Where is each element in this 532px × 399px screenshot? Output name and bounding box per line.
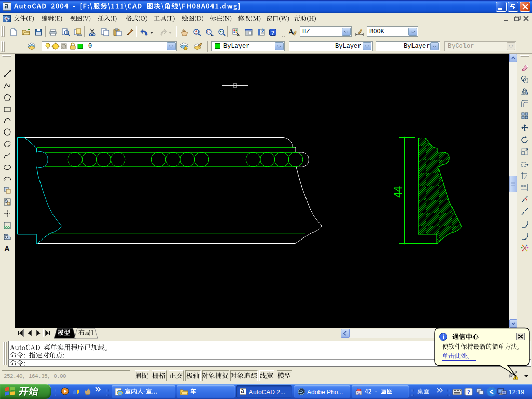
svg-text:?: ? — [467, 389, 470, 396]
svg-text:?: ? — [271, 30, 275, 36]
svg-text:A: A — [4, 244, 10, 252]
